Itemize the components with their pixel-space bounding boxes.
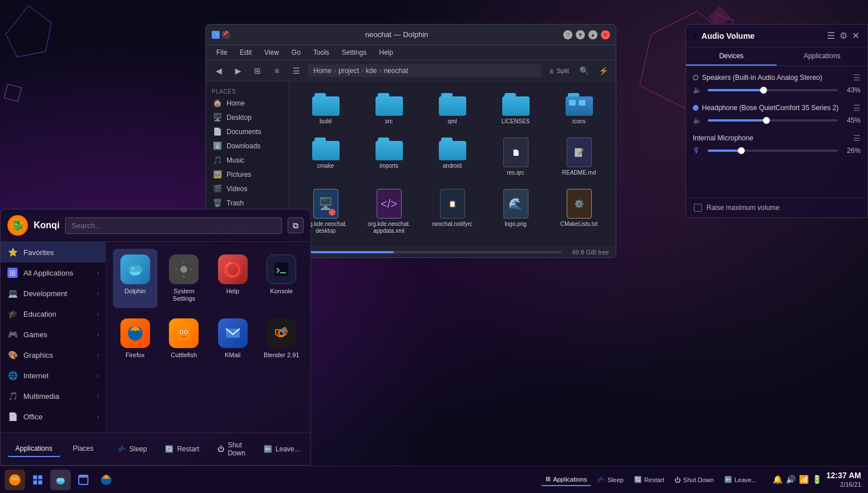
leave-button[interactable]: ⬅️ Leave... [257, 442, 307, 456]
file-imports[interactable]: imports [359, 133, 419, 181]
view-details-button[interactable]: ☰ [288, 63, 304, 79]
taskbar-shutdown-button[interactable]: ⏻ Shut Down [670, 473, 718, 486]
battery-tray-icon[interactable]: 🔋 [812, 475, 822, 484]
app-help[interactable]: ⭕ Help [211, 249, 255, 308]
file-notifyrc[interactable]: 📋 neochat.notifyrc [422, 184, 482, 239]
app-firefox[interactable]: Firefox [113, 313, 158, 365]
audio-tab-applications[interactable]: Applications [777, 47, 867, 66]
window-close-button[interactable]: ✕ [601, 30, 610, 39]
menu-edit[interactable]: Edit [234, 46, 257, 59]
app-system-settings[interactable]: SystemSettings [162, 249, 207, 308]
menu-tools[interactable]: Tools [308, 46, 335, 59]
app-konsole[interactable]: Konsole [260, 249, 304, 308]
view-list-button[interactable]: ≡ [269, 63, 285, 79]
file-build[interactable]: build [296, 88, 356, 130]
microphone-volume-slider[interactable] [708, 149, 838, 152]
sidebar-item-all-applications[interactable]: ⊞ All Applications › [1, 262, 106, 283]
taskbar-window-button[interactable] [73, 470, 94, 490]
places-home[interactable]: 🏠Home [206, 96, 288, 110]
taskbar-leave-button[interactable]: ⬅️ Leave... [720, 473, 761, 486]
file-qml[interactable]: qml [422, 88, 482, 130]
file-cmakelists[interactable]: ⚙️ CMakeLists.txt [549, 184, 609, 239]
taskbar-app-grid-button[interactable] [27, 470, 48, 490]
places-downloads[interactable]: ⬇️Downloads [206, 139, 288, 153]
bc-neochat[interactable]: neochat [383, 67, 408, 75]
forward-button[interactable]: ▶ [230, 63, 246, 79]
places-documents[interactable]: 📄Documents [206, 124, 288, 139]
tab-places[interactable]: Places [65, 441, 102, 457]
split-button[interactable]: ⫼ Split [545, 63, 572, 79]
filter-button[interactable]: ⚡ [595, 63, 611, 79]
taskbar-dolphin-button[interactable] [50, 470, 71, 490]
file-res-qrc[interactable]: 📄 res.qrc [486, 133, 546, 181]
menu-go[interactable]: Go [286, 46, 306, 59]
sidebar-item-multimedia[interactable]: 🎵 Multimedia › [1, 386, 106, 406]
taskbar-sleep-button[interactable]: 💤 Sleep [592, 473, 628, 486]
speakers-menu-icon[interactable]: ☰ [853, 73, 861, 82]
app-dolphin[interactable]: Dolphin [113, 249, 158, 308]
file-appdata[interactable]: </> org.kde.neochat.appdata.xml [359, 184, 419, 239]
file-logo[interactable]: 🌊 logo.png [486, 184, 546, 239]
places-music[interactable]: 🎵Music [206, 153, 288, 167]
window-minimize-button[interactable]: ▼ [576, 30, 585, 39]
menu-file[interactable]: File [211, 46, 233, 59]
file-qtquickcontrols[interactable]: 📄 qtquickcontrols2. [359, 243, 419, 246]
app-kmail[interactable]: KMail [211, 313, 255, 365]
file-readme[interactable]: 📝 README.md [549, 133, 609, 181]
clock[interactable]: 12:37 AM 2/16/21 [826, 470, 861, 488]
microphone-mute-button[interactable]: 🎙 [693, 146, 703, 155]
restart-button[interactable]: 🔄 Restart [158, 442, 206, 456]
network-tray-icon[interactable]: 📶 [799, 475, 809, 484]
search-filter-button[interactable]: ⧉ [288, 217, 304, 233]
file-src[interactable]: src [359, 88, 419, 130]
taskbar-restart-button[interactable]: 🔄 Restart [629, 473, 669, 486]
places-pictures[interactable]: 🖼️Pictures [206, 167, 288, 181]
file-messages-sh[interactable]: 💬 Messages.sh [549, 243, 609, 246]
file-cmake[interactable]: cmake [296, 133, 356, 181]
back-button[interactable]: ◀ [211, 63, 227, 79]
app-cuttlefish[interactable]: Cuttlefish [162, 313, 207, 365]
tab-applications[interactable]: Applications [7, 441, 60, 457]
app-blender[interactable]: Blender 2.91 [260, 313, 304, 365]
menu-view[interactable]: View [259, 46, 285, 59]
bc-project[interactable]: project [338, 67, 359, 75]
app-search-input[interactable] [65, 217, 282, 234]
audio-config-icon[interactable]: ⚙ [839, 30, 847, 41]
view-icons-button[interactable]: ⊞ [249, 63, 265, 79]
headphone-volume-slider[interactable] [708, 119, 838, 122]
places-desktop[interactable]: 🖥️Desktop [206, 110, 288, 124]
sidebar-item-internet[interactable]: 🌐 Internet › [1, 365, 106, 386]
window-maximize-button[interactable]: ▲ [588, 30, 597, 39]
sidebar-item-office[interactable]: 📄 Office › [1, 406, 106, 427]
audio-close-icon[interactable]: ✕ [852, 30, 859, 41]
speakers-volume-slider[interactable] [708, 89, 838, 91]
audio-menu-icon[interactable]: ☰ [827, 30, 835, 41]
bc-kde[interactable]: kde [366, 67, 377, 75]
notifications-icon[interactable]: 🔔 [773, 475, 782, 484]
shutdown-button[interactable]: ⏻ Shut Down [211, 438, 252, 460]
search-button[interactable]: 🔍 [576, 63, 592, 79]
bc-home[interactable]: Home [313, 67, 332, 75]
sidebar-item-games[interactable]: 🎮 Games › [1, 324, 106, 345]
sidebar-item-settings[interactable]: ⚙️ Settings › [1, 427, 106, 433]
file-org-neochat[interactable]: 🌊 org.kde.neochat. [422, 243, 482, 246]
file-org-neochat2[interactable]: 📄 org.kde.neochat- [486, 243, 546, 246]
sidebar-item-graphics[interactable]: 🎨 Graphics › [1, 345, 106, 365]
microphone-menu-icon[interactable]: ☰ [853, 134, 861, 143]
window-help-button[interactable]: ? [563, 30, 572, 39]
menu-help[interactable]: Help [373, 46, 399, 59]
sidebar-item-education[interactable]: 🎓 Education › [1, 304, 106, 324]
places-trash[interactable]: 🗑️Trash [206, 196, 288, 210]
speakers-mute-button[interactable]: 🔈 [693, 86, 703, 94]
window-pin-icon[interactable]: 📌 [222, 31, 230, 39]
file-licenses[interactable]: LICENSES [486, 88, 546, 130]
sleep-button[interactable]: 💤 Sleep [111, 442, 154, 456]
sidebar-item-development[interactable]: 💻 Development › [1, 283, 106, 304]
headphone-menu-icon[interactable]: ☰ [853, 103, 861, 112]
audio-tab-devices[interactable]: Devices [686, 47, 777, 66]
file-android[interactable]: android [422, 133, 482, 181]
konqi-launcher-button[interactable] [5, 470, 25, 490]
file-icons[interactable]: icons [549, 88, 609, 130]
places-videos[interactable]: 🎬Videos [206, 181, 288, 196]
volume-tray-icon[interactable]: 🔊 [786, 475, 796, 484]
